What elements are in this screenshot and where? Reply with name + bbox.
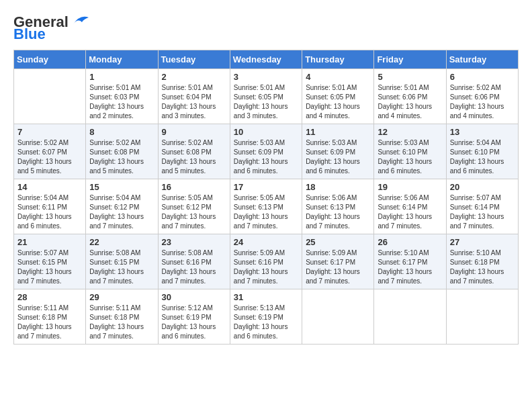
column-header-thursday: Thursday [302, 50, 374, 69]
day-number: 18 [306, 182, 370, 192]
calendar-cell: 11Sunrise: 5:03 AM Sunset: 6:09 PM Dayli… [302, 124, 374, 179]
day-number: 2 [162, 72, 226, 82]
calendar-cell: 25Sunrise: 5:09 AM Sunset: 6:17 PM Dayli… [302, 234, 374, 289]
calendar-cell [446, 289, 518, 345]
calendar-cell: 13Sunrise: 5:04 AM Sunset: 6:10 PM Dayli… [446, 124, 518, 179]
day-number: 1 [89, 72, 154, 82]
day-number: 28 [17, 292, 82, 302]
calendar-cell: 21Sunrise: 5:07 AM Sunset: 6:15 PM Dayli… [14, 234, 86, 289]
cell-info: Sunrise: 5:09 AM Sunset: 6:17 PM Dayligh… [306, 248, 370, 286]
calendar-cell: 19Sunrise: 5:06 AM Sunset: 6:14 PM Dayli… [374, 179, 446, 234]
calendar-cell: 1Sunrise: 5:01 AM Sunset: 6:03 PM Daylig… [86, 69, 158, 124]
day-number: 23 [162, 237, 226, 247]
calendar-week-row: 1Sunrise: 5:01 AM Sunset: 6:03 PM Daylig… [14, 69, 519, 124]
column-header-tuesday: Tuesday [158, 50, 230, 69]
calendar-cell: 14Sunrise: 5:04 AM Sunset: 6:11 PM Dayli… [14, 179, 86, 234]
logo-blue-text: Blue [13, 26, 46, 43]
day-number: 24 [234, 237, 298, 247]
calendar-cell: 3Sunrise: 5:01 AM Sunset: 6:05 PM Daylig… [230, 69, 302, 124]
day-number: 4 [306, 72, 370, 82]
calendar-week-row: 7Sunrise: 5:02 AM Sunset: 6:07 PM Daylig… [14, 124, 519, 179]
column-header-monday: Monday [86, 50, 158, 69]
day-number: 13 [450, 127, 515, 137]
cell-info: Sunrise: 5:03 AM Sunset: 6:09 PM Dayligh… [306, 138, 370, 176]
day-number: 21 [17, 237, 82, 247]
day-number: 14 [17, 182, 82, 192]
calendar-cell: 2Sunrise: 5:01 AM Sunset: 6:04 PM Daylig… [158, 69, 230, 124]
calendar-cell: 9Sunrise: 5:02 AM Sunset: 6:08 PM Daylig… [158, 124, 230, 179]
cell-info: Sunrise: 5:03 AM Sunset: 6:10 PM Dayligh… [378, 138, 442, 176]
cell-info: Sunrise: 5:01 AM Sunset: 6:05 PM Dayligh… [306, 83, 370, 121]
column-header-wednesday: Wednesday [230, 50, 302, 69]
day-number: 29 [89, 292, 154, 302]
cell-info: Sunrise: 5:07 AM Sunset: 6:15 PM Dayligh… [17, 248, 82, 286]
calendar-cell: 20Sunrise: 5:07 AM Sunset: 6:14 PM Dayli… [446, 179, 518, 234]
cell-info: Sunrise: 5:02 AM Sunset: 6:06 PM Dayligh… [450, 83, 515, 121]
cell-info: Sunrise: 5:02 AM Sunset: 6:07 PM Dayligh… [17, 138, 82, 176]
calendar-cell: 31Sunrise: 5:13 AM Sunset: 6:19 PM Dayli… [230, 289, 302, 345]
calendar-cell: 16Sunrise: 5:05 AM Sunset: 6:12 PM Dayli… [158, 179, 230, 234]
day-number: 9 [162, 127, 226, 137]
cell-info: Sunrise: 5:02 AM Sunset: 6:08 PM Dayligh… [162, 138, 226, 176]
calendar-cell: 24Sunrise: 5:09 AM Sunset: 6:16 PM Dayli… [230, 234, 302, 289]
cell-info: Sunrise: 5:05 AM Sunset: 6:13 PM Dayligh… [234, 193, 298, 231]
cell-info: Sunrise: 5:09 AM Sunset: 6:16 PM Dayligh… [234, 248, 298, 286]
calendar-cell: 15Sunrise: 5:04 AM Sunset: 6:12 PM Dayli… [86, 179, 158, 234]
calendar-cell: 26Sunrise: 5:10 AM Sunset: 6:17 PM Dayli… [374, 234, 446, 289]
cell-info: Sunrise: 5:02 AM Sunset: 6:08 PM Dayligh… [89, 138, 154, 176]
day-number: 3 [234, 72, 298, 82]
day-number: 5 [378, 72, 442, 82]
calendar-cell [302, 289, 374, 345]
calendar-cell: 22Sunrise: 5:08 AM Sunset: 6:15 PM Dayli… [86, 234, 158, 289]
cell-info: Sunrise: 5:01 AM Sunset: 6:04 PM Dayligh… [162, 83, 226, 121]
day-number: 7 [17, 127, 82, 137]
day-number: 15 [89, 182, 154, 192]
calendar-cell: 29Sunrise: 5:11 AM Sunset: 6:18 PM Dayli… [86, 289, 158, 345]
day-number: 30 [162, 292, 226, 302]
cell-info: Sunrise: 5:08 AM Sunset: 6:15 PM Dayligh… [89, 248, 154, 286]
cell-info: Sunrise: 5:04 AM Sunset: 6:12 PM Dayligh… [89, 193, 154, 231]
day-number: 12 [378, 127, 442, 137]
day-number: 26 [378, 237, 442, 247]
day-number: 17 [234, 182, 298, 192]
calendar-cell: 23Sunrise: 5:08 AM Sunset: 6:16 PM Dayli… [158, 234, 230, 289]
column-header-saturday: Saturday [446, 50, 518, 69]
cell-info: Sunrise: 5:03 AM Sunset: 6:09 PM Dayligh… [234, 138, 298, 176]
calendar-cell: 8Sunrise: 5:02 AM Sunset: 6:08 PM Daylig… [86, 124, 158, 179]
cell-info: Sunrise: 5:01 AM Sunset: 6:06 PM Dayligh… [378, 83, 442, 121]
cell-info: Sunrise: 5:07 AM Sunset: 6:14 PM Dayligh… [450, 193, 515, 231]
day-number: 11 [306, 127, 370, 137]
calendar-week-row: 28Sunrise: 5:11 AM Sunset: 6:18 PM Dayli… [14, 289, 519, 345]
cell-info: Sunrise: 5:06 AM Sunset: 6:14 PM Dayligh… [378, 193, 442, 231]
cell-info: Sunrise: 5:10 AM Sunset: 6:17 PM Dayligh… [378, 248, 442, 286]
day-number: 8 [89, 127, 154, 137]
column-header-sunday: Sunday [14, 50, 86, 69]
logo: General Blue [13, 13, 90, 43]
calendar-cell [374, 289, 446, 345]
calendar-cell: 7Sunrise: 5:02 AM Sunset: 6:07 PM Daylig… [14, 124, 86, 179]
day-number: 27 [450, 237, 515, 247]
cell-info: Sunrise: 5:06 AM Sunset: 6:13 PM Dayligh… [306, 193, 370, 231]
calendar-cell: 10Sunrise: 5:03 AM Sunset: 6:09 PM Dayli… [230, 124, 302, 179]
day-number: 6 [450, 72, 515, 82]
cell-info: Sunrise: 5:11 AM Sunset: 6:18 PM Dayligh… [17, 304, 82, 341]
calendar-cell: 4Sunrise: 5:01 AM Sunset: 6:05 PM Daylig… [302, 69, 374, 124]
calendar-cell: 30Sunrise: 5:12 AM Sunset: 6:19 PM Dayli… [158, 289, 230, 345]
cell-info: Sunrise: 5:11 AM Sunset: 6:18 PM Dayligh… [89, 304, 154, 341]
cell-info: Sunrise: 5:12 AM Sunset: 6:19 PM Dayligh… [162, 304, 226, 341]
calendar-cell: 17Sunrise: 5:05 AM Sunset: 6:13 PM Dayli… [230, 179, 302, 234]
calendar-week-row: 14Sunrise: 5:04 AM Sunset: 6:11 PM Dayli… [14, 179, 519, 234]
logo-bird-icon [70, 14, 90, 28]
cell-info: Sunrise: 5:04 AM Sunset: 6:10 PM Dayligh… [450, 138, 515, 176]
cell-info: Sunrise: 5:13 AM Sunset: 6:19 PM Dayligh… [234, 304, 298, 341]
day-number: 10 [234, 127, 298, 137]
cell-info: Sunrise: 5:01 AM Sunset: 6:05 PM Dayligh… [234, 83, 298, 121]
calendar-cell: 27Sunrise: 5:10 AM Sunset: 6:18 PM Dayli… [446, 234, 518, 289]
calendar-header-row: SundayMondayTuesdayWednesdayThursdayFrid… [14, 50, 519, 69]
day-number: 25 [306, 237, 370, 247]
cell-info: Sunrise: 5:08 AM Sunset: 6:16 PM Dayligh… [162, 248, 226, 286]
calendar-table: SundayMondayTuesdayWednesdayThursdayFrid… [13, 50, 519, 345]
column-header-friday: Friday [374, 50, 446, 69]
calendar-week-row: 21Sunrise: 5:07 AM Sunset: 6:15 PM Dayli… [14, 234, 519, 289]
day-number: 22 [89, 237, 154, 247]
